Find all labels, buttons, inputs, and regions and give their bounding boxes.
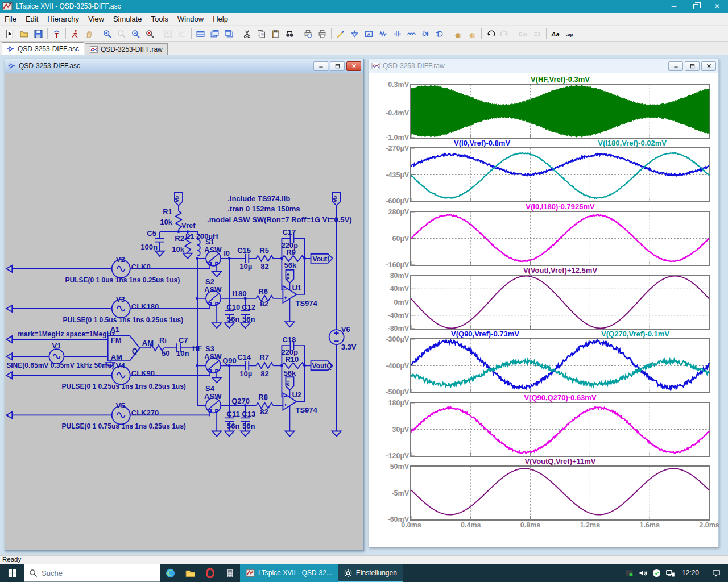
- schematic-canvas[interactable]: .include TS974.lib.tran 0 152ms 150ms.mo…: [5, 73, 363, 550]
- menu-window[interactable]: Window: [173, 14, 208, 24]
- trace-label[interactable]: V(Q90,Vref)-0.73mV: [451, 330, 519, 338]
- quicklaunch-calculator-button[interactable]: [220, 564, 240, 582]
- toolbar-ground-button[interactable]: [348, 27, 362, 40]
- trace-label[interactable]: V(Q90,Q270)-0.63mV: [524, 393, 596, 402]
- toolbar-run-doc-button[interactable]: [3, 27, 17, 40]
- toolbar-halt-hand-button[interactable]: [82, 27, 96, 40]
- toolbar-run-man-button[interactable]: [68, 27, 82, 40]
- toolbar-copy-button[interactable]: [254, 27, 268, 40]
- toolbar-paste-button[interactable]: [268, 27, 283, 40]
- waveform-plot[interactable]: [410, 211, 710, 266]
- tray-tray-app[interactable]: [625, 569, 634, 577]
- waveform-plot[interactable]: [410, 402, 710, 457]
- tab-qsd-3253-diff.asc[interactable]: QSD-3253-DIFF.asc: [2, 42, 84, 55]
- toolbar-save-button[interactable]: [31, 27, 46, 40]
- paste-icon: [271, 30, 280, 38]
- start-button[interactable]: [0, 564, 24, 582]
- svg-text:HF: HF: [192, 344, 202, 352]
- trace-label[interactable]: V(I0,Vref)-0.8mV: [454, 139, 510, 147]
- waveform-plot[interactable]: [410, 147, 710, 202]
- restore-button[interactable]: [685, 0, 706, 13]
- waveform-plot[interactable]: [410, 84, 710, 139]
- quicklaunch-edge-button[interactable]: [160, 564, 180, 582]
- trace-label[interactable]: V(I180,Vref)-0.02mV: [598, 139, 667, 147]
- toolbar-resistor-button[interactable]: [376, 27, 390, 40]
- child-restore-button[interactable]: [330, 61, 345, 71]
- minimize-button[interactable]: ─: [663, 0, 685, 13]
- cut-icon: [243, 30, 251, 38]
- schematic-window-titlebar[interactable]: QSD-3253-DIFF.asc: [5, 59, 363, 73]
- close-button[interactable]: ✕: [706, 0, 728, 13]
- waveform-window-titlebar[interactable]: QSD-3253-DIFF.raw: [369, 59, 718, 73]
- toolbar-wire-pencil-button[interactable]: [333, 27, 348, 40]
- toolbar-separator: [331, 28, 332, 39]
- toolbar-undo-button[interactable]: [483, 27, 498, 40]
- tray-defender[interactable]: [652, 569, 661, 577]
- menu-view[interactable]: View: [84, 14, 109, 24]
- child-minimize-button[interactable]: [313, 61, 328, 71]
- trace-label[interactable]: V(I0,I180)-0.7925mV: [526, 202, 594, 211]
- menu-edit[interactable]: Edit: [21, 14, 43, 24]
- toolbar-diode-button[interactable]: [419, 27, 433, 40]
- trace-label[interactable]: V(Q270,Vref)-0.1mV: [601, 330, 669, 338]
- toolbar-print-button[interactable]: [315, 27, 329, 40]
- svg-text:Vb: Vb: [285, 380, 291, 387]
- toolbar-zoom-out-button[interactable]: [129, 27, 143, 40]
- toolbar-drag-hand-button[interactable]: [465, 27, 479, 40]
- taskbar-clock[interactable]: 12:20: [682, 569, 699, 577]
- taskbar-app-ltspice[interactable]: LTspice XVII - QSD-32...: [240, 564, 338, 582]
- taskbar-search[interactable]: [24, 564, 160, 582]
- toolbar-component-gate-button[interactable]: [433, 27, 447, 40]
- toolbar-probe-bias-button[interactable]: [49, 27, 64, 40]
- toolbar-panel-cascade-button[interactable]: [208, 27, 222, 40]
- child-close-button[interactable]: [701, 61, 716, 71]
- toolbar-panel-overlap-button[interactable]: [222, 27, 236, 40]
- toolbar-spice-directive-button[interactable]: .op: [562, 27, 577, 40]
- svg-text:I0: I0: [224, 249, 230, 257]
- trace-label[interactable]: V(VoutQ,Vref)+11mV: [524, 457, 595, 465]
- wire-pencil-icon: [336, 30, 345, 38]
- notification-center-button[interactable]: [706, 564, 726, 582]
- pane-waveform-icon: [164, 30, 172, 38]
- trace-label[interactable]: V(VoutI,Vref)+12.5mV: [523, 266, 597, 275]
- svg-text:ASW: ASW: [204, 246, 222, 254]
- trace-label[interactable]: V(HF,Vref)-0.3mV: [531, 75, 590, 84]
- child-restore-button[interactable]: [685, 61, 700, 71]
- toolbar-zoom-in-button[interactable]: [100, 27, 114, 40]
- toolbar-move-hand-button[interactable]: [451, 27, 465, 40]
- menu-hierarchy[interactable]: Hierarchy: [43, 14, 84, 24]
- y-tick-label: 80mV: [390, 272, 409, 280]
- taskbar-app-gear[interactable]: Einstellungen: [338, 564, 403, 582]
- child-minimize-button[interactable]: [668, 61, 683, 71]
- tab-qsd-3253-diff.raw[interactable]: QSD-3253-DIFF.raw: [85, 43, 168, 55]
- menu-file[interactable]: File: [0, 14, 21, 24]
- menu-help[interactable]: Help: [208, 14, 233, 24]
- svg-text:R2: R2: [175, 234, 184, 243]
- toolbar-open-folder-button[interactable]: [17, 27, 31, 40]
- toolbar-find-button[interactable]: [283, 27, 297, 40]
- quicklaunch-file-explorer-button[interactable]: [180, 564, 200, 582]
- svg-text:82: 82: [260, 408, 268, 416]
- search-input[interactable]: [42, 569, 144, 577]
- child-close-button[interactable]: [346, 61, 361, 71]
- toolbar-zoom-full-button[interactable]: [143, 27, 157, 40]
- waveform-plot[interactable]: [410, 275, 710, 330]
- quicklaunch-opera-button[interactable]: [200, 564, 220, 582]
- toolbar-net-label-button[interactable]: A: [362, 27, 376, 40]
- toolbar-cut-button[interactable]: [240, 27, 254, 40]
- waveform-plot[interactable]: [410, 465, 710, 521]
- y-axis-labels: -300µV-400µV-500µV: [374, 338, 410, 393]
- toolbar-panel-tile-button[interactable]: [193, 27, 208, 40]
- toolbar-capacitor-button[interactable]: [390, 27, 404, 40]
- svg-text:CLK0: CLK0: [131, 263, 151, 271]
- y-tick-label: 40mV: [390, 285, 409, 293]
- toolbar-inductor-button[interactable]: [404, 27, 419, 40]
- menu-simulate[interactable]: Simulate: [109, 14, 147, 24]
- tray-volume[interactable]: [639, 569, 647, 577]
- tray-network[interactable]: [666, 569, 675, 577]
- network-icon: [666, 569, 675, 577]
- waveform-plot[interactable]: [410, 338, 710, 393]
- toolbar-text-tool-button[interactable]: Aa: [548, 27, 562, 40]
- menu-tools[interactable]: Tools: [147, 14, 173, 24]
- toolbar-print-preview-button[interactable]: [301, 27, 315, 40]
